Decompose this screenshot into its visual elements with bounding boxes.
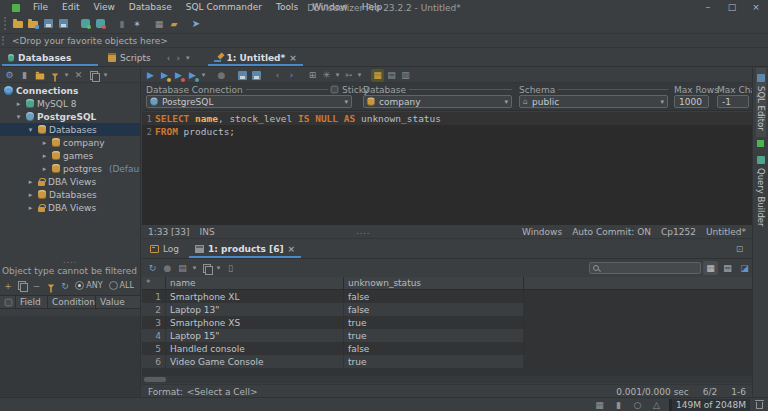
- bookmark-icon[interactable]: ▰: [167, 17, 181, 30]
- expand-icon[interactable]: ▸: [26, 204, 35, 212]
- code-line-2[interactable]: 2 FROM products;: [142, 125, 752, 138]
- tab-next-icon[interactable]: ›: [176, 53, 180, 63]
- status-warning-icon[interactable]: △: [650, 398, 663, 411]
- favorites-bar[interactable]: <Drop your favorite objects here>: [0, 33, 768, 48]
- filter-col-value[interactable]: Value: [96, 296, 140, 308]
- collapse-icon[interactable]: ▾: [26, 126, 35, 134]
- tree-layout-icon[interactable]: [87, 69, 100, 82]
- tree-item-dba-views-2[interactable]: ▸ DBA Views: [0, 201, 140, 214]
- sql-save-as-icon[interactable]: [250, 69, 263, 82]
- text-view-icon[interactable]: ▤: [720, 261, 735, 275]
- tree-root-connections[interactable]: Connections: [0, 84, 140, 97]
- stop-icon[interactable]: ●: [215, 69, 228, 82]
- search-input[interactable]: [602, 264, 692, 273]
- tree-layout-caret-icon[interactable]: ▾: [102, 71, 109, 79]
- cell-name[interactable]: Laptop 13": [166, 303, 344, 316]
- cell-status[interactable]: false: [344, 342, 524, 355]
- tree-item-dba-views-1[interactable]: ▸ DBA Views: [0, 175, 140, 188]
- status-pin-icon[interactable]: ○: [631, 398, 644, 411]
- all-radio[interactable]: [109, 281, 118, 290]
- reconnect-icon[interactable]: ▮: [115, 17, 129, 30]
- tree-item-company[interactable]: ▸ company: [0, 136, 140, 149]
- pointer-mode-icon[interactable]: ➤: [189, 17, 203, 30]
- tree-filter-splitter[interactable]: ....: [0, 257, 140, 264]
- cell-status[interactable]: true: [344, 329, 524, 342]
- cell-name[interactable]: Laptop 15": [166, 329, 344, 342]
- history-back-icon[interactable]: ‹: [271, 69, 284, 82]
- grid-col-name[interactable]: name: [166, 277, 344, 289]
- garbage-collect-icon[interactable]: [756, 402, 763, 409]
- expand-icon[interactable]: ▸: [40, 152, 49, 160]
- tree-collapse-icon[interactable]: ✕: [72, 69, 85, 82]
- filter-col-field[interactable]: Field: [16, 296, 48, 308]
- cell-name[interactable]: Video Game Console: [166, 355, 344, 368]
- code-line-1[interactable]: 1 SELECT name, stock_level IS NULL AS un…: [142, 112, 752, 125]
- tab-products-result[interactable]: 1: products [6] ×: [187, 240, 303, 258]
- expand-icon[interactable]: ▸: [40, 165, 49, 173]
- editor-results-splitter[interactable]: ....: [215, 227, 512, 236]
- table-row[interactable]: 5 Handled console false: [142, 342, 524, 355]
- table-row[interactable]: 1 Smartphone XL false: [142, 290, 524, 303]
- export-caret-icon[interactable]: ▾: [191, 264, 198, 272]
- menu-window[interactable]: Window: [305, 0, 355, 15]
- expand-icon[interactable]: ▸: [14, 100, 23, 108]
- expand-icon[interactable]: ▸: [26, 178, 35, 186]
- tree-filter-caret-icon[interactable]: ▾: [63, 71, 70, 79]
- status-connections-icon[interactable]: ▮: [612, 398, 625, 411]
- tree-item-postgres[interactable]: ▸ postgres (Default): [0, 162, 140, 175]
- tab-sql-commander[interactable]: 1: Untitled* ×: [206, 49, 305, 66]
- tab-prev-icon[interactable]: ‹: [167, 53, 171, 63]
- cell-name[interactable]: Smartphone XS: [166, 316, 344, 329]
- tab-sql-editor[interactable]: SQL Editor: [756, 68, 766, 137]
- connect-icon[interactable]: [78, 17, 92, 30]
- tab-scripts[interactable]: Scripts: [100, 49, 159, 66]
- cell-status[interactable]: false: [344, 290, 524, 303]
- database-select[interactable]: company ▾: [363, 95, 512, 108]
- sticky-checkbox[interactable]: [331, 86, 339, 94]
- filter-col-condition[interactable]: Condition: [48, 296, 96, 308]
- menu-view[interactable]: View: [87, 0, 122, 15]
- tree-item-postgresql[interactable]: ▾ PostgreSQL: [0, 110, 140, 123]
- cell-name[interactable]: Smartphone XL: [166, 290, 344, 303]
- menu-help[interactable]: Help: [355, 0, 390, 15]
- tree-settings-icon[interactable]: ⚙: [3, 69, 16, 82]
- filter-copy-icon[interactable]: [16, 279, 28, 292]
- comment-icon[interactable]: ▥: [399, 69, 412, 82]
- result-columns-icon[interactable]: ▯: [224, 262, 237, 275]
- cell-status[interactable]: false: [344, 303, 524, 316]
- table-row[interactable]: 3 Smartphone XS true: [142, 316, 524, 329]
- result-export-icon[interactable]: ▤: [176, 262, 189, 275]
- table-row[interactable]: 6 Video Game Console true: [142, 355, 524, 368]
- result-tab-close-icon[interactable]: ×: [288, 244, 296, 254]
- tab-log[interactable]: Log: [142, 240, 187, 258]
- formatter-caret-icon[interactable]: ▾: [334, 71, 341, 79]
- tree-folder-icon[interactable]: [33, 69, 46, 82]
- maximize-button[interactable]: □: [720, 0, 744, 15]
- cell-status[interactable]: true: [344, 316, 524, 329]
- result-copy-icon[interactable]: [200, 262, 213, 275]
- driver-manager-icon[interactable]: ✶: [130, 17, 144, 30]
- max-rows-field[interactable]: 1000: [674, 95, 709, 108]
- tree-item-databases-2[interactable]: ▸ Databases: [0, 188, 140, 201]
- chart-view-icon[interactable]: ◪: [737, 261, 752, 275]
- cell-status[interactable]: true: [344, 355, 524, 368]
- grid-horizontal-scrollbar[interactable]: [142, 376, 752, 383]
- expand-icon[interactable]: ▸: [26, 191, 35, 199]
- filter-refresh-icon[interactable]: ↻: [59, 279, 71, 292]
- detach-result-icon[interactable]: ⊡: [733, 243, 746, 256]
- status-grid-icon[interactable]: ▦: [593, 398, 606, 411]
- result-search-box[interactable]: [589, 262, 701, 274]
- disconnect-icon[interactable]: [93, 17, 107, 30]
- result-stop-icon[interactable]: ●: [161, 262, 174, 275]
- table-row[interactable]: 4 Laptop 15" true: [142, 329, 524, 342]
- tree-item-databases[interactable]: ▾ Databases: [0, 123, 140, 136]
- max-rows-highlight-icon[interactable]: ▦: [371, 69, 384, 82]
- filter-add-icon[interactable]: +: [2, 279, 14, 292]
- filter-remove-icon[interactable]: −: [31, 279, 43, 292]
- grid-view-icon[interactable]: ▦: [703, 261, 718, 275]
- minimize-button[interactable]: –: [696, 0, 720, 15]
- close-button[interactable]: ×: [744, 0, 768, 15]
- tree-filter-icon[interactable]: [48, 69, 61, 82]
- menu-file[interactable]: File: [26, 0, 55, 15]
- collapse-icon[interactable]: ▾: [14, 113, 23, 121]
